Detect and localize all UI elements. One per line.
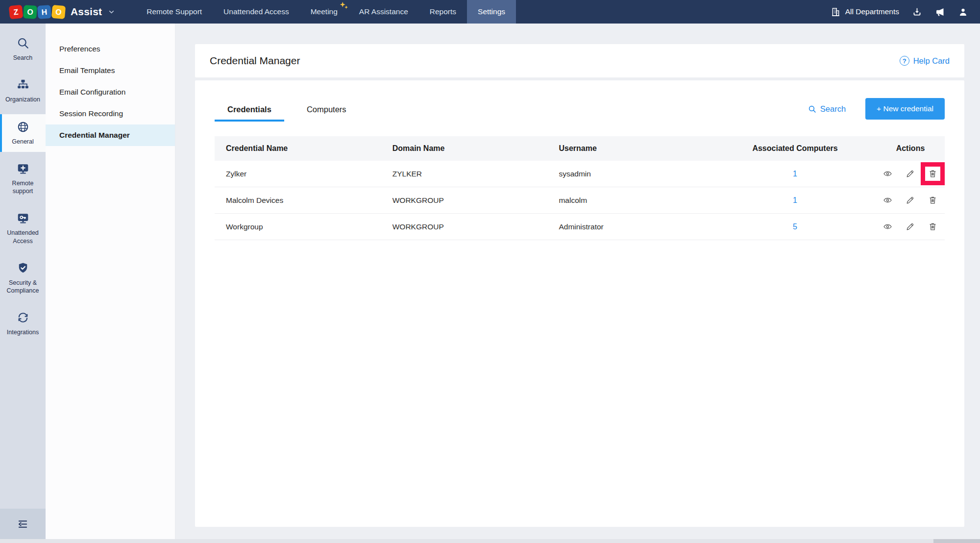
credential-manager-card: Credentials Computers Search + New crede… <box>195 80 964 527</box>
nav-meeting-label: Meeting <box>311 7 338 16</box>
row-actions <box>876 161 945 187</box>
associated-computers-link[interactable]: 1 <box>793 170 797 178</box>
associated-computers-link[interactable]: 1 <box>793 196 797 204</box>
column-header-associated-computers: Associated Computers <box>714 136 876 161</box>
nav-settings[interactable]: Settings <box>467 0 516 24</box>
sidebar-item-label: Security & Compliance <box>3 279 42 295</box>
download-icon[interactable] <box>912 7 922 17</box>
sidebar-item-label: Organization <box>5 96 40 103</box>
associated-computers-link[interactable]: 5 <box>793 222 797 231</box>
delete-icon[interactable] <box>928 169 937 178</box>
unattended-access-icon <box>17 212 29 224</box>
sidebar-item-label: General <box>12 138 33 146</box>
help-card-link[interactable]: ? Help Card <box>900 56 950 66</box>
sidebar-item-label: Unattended Access <box>3 229 42 245</box>
nav-reports[interactable]: Reports <box>419 0 467 24</box>
submenu-item-credential-manager[interactable]: Credential Manager <box>46 124 175 146</box>
column-header-credential-name: Credential Name <box>215 136 381 161</box>
edit-icon[interactable] <box>906 196 915 205</box>
sidebar-item-security-compliance[interactable]: Security & Compliance <box>0 255 46 301</box>
sidebar-item-general[interactable]: General <box>0 114 46 152</box>
announcements-icon[interactable] <box>935 7 945 17</box>
credential-name-cell: Workgroup <box>215 214 381 240</box>
collapse-sidebar-button[interactable] <box>0 509 46 539</box>
remote-support-icon <box>17 162 29 175</box>
page-title: Credential Manager <box>210 55 300 67</box>
nav-utilities: All Departments <box>831 0 980 24</box>
globe-icon <box>17 121 29 133</box>
department-selector[interactable]: All Departments <box>831 7 899 17</box>
top-navigation: Z O H O Assist Remote Support Unattended… <box>0 0 980 24</box>
toolbar: Credentials Computers Search + New crede… <box>215 98 945 122</box>
sidebar-item-unattended-access[interactable]: Unattended Access <box>0 205 46 251</box>
logo-tile-z: Z <box>9 4 24 19</box>
organization-icon <box>17 78 29 91</box>
page-header: Credential Manager ? Help Card <box>195 44 964 77</box>
sidebar-item-label: Integrations <box>7 328 39 336</box>
logo-tile-h: H <box>37 5 51 19</box>
sidebar-item-integrations[interactable]: Integrations <box>0 305 46 343</box>
chevron-down-icon[interactable] <box>108 8 115 16</box>
sidebar-item-label: Remote support <box>3 179 42 196</box>
sidebar-item-label: Search <box>13 54 33 62</box>
product-name: Assist <box>71 6 102 18</box>
row-actions <box>876 187 945 213</box>
credentials-table: Credential Name Domain Name Username Ass… <box>215 136 945 240</box>
submenu-item-session-recording[interactable]: Session Recording <box>46 103 175 124</box>
integrations-icon <box>17 311 29 324</box>
submenu-item-email-templates[interactable]: Email Templates <box>46 60 175 81</box>
edit-icon[interactable] <box>906 169 915 178</box>
nav-remote-support[interactable]: Remote Support <box>136 0 213 24</box>
submenu-item-email-configuration[interactable]: Email Configuration <box>46 81 175 103</box>
sparkle-icon <box>339 1 349 12</box>
table-controls: Search + New credential <box>808 98 945 122</box>
search-label: Search <box>820 104 846 114</box>
scrollbar-thumb[interactable] <box>933 539 980 543</box>
sidebar-item-search[interactable]: Search <box>0 30 46 68</box>
delete-icon[interactable] <box>928 222 937 231</box>
view-icon[interactable] <box>883 169 892 178</box>
search-icon <box>808 105 816 113</box>
column-header-actions: Actions <box>876 136 945 161</box>
search-icon <box>17 37 29 49</box>
tab-computers[interactable]: Computers <box>294 105 359 122</box>
user-profile-icon[interactable] <box>958 7 968 17</box>
tab-bar: Credentials Computers <box>215 105 359 122</box>
search-button[interactable]: Search <box>808 104 846 114</box>
view-icon[interactable] <box>883 222 892 231</box>
view-icon[interactable] <box>883 196 892 205</box>
new-credential-button[interactable]: + New credential <box>865 98 945 120</box>
table-row: Zylker ZYLKER sysadmin 1 <box>215 161 945 187</box>
nav-unattended-access[interactable]: Unattended Access <box>213 0 300 24</box>
column-header-domain-name: Domain Name <box>381 136 548 161</box>
delete-highlight-box <box>921 162 945 185</box>
edit-icon[interactable] <box>906 222 915 231</box>
main-menu: Remote Support Unattended Access Meeting… <box>136 0 516 24</box>
main-content: Credential Manager ? Help Card Credentia… <box>175 24 980 539</box>
delete-icon[interactable] <box>928 196 937 205</box>
department-label: All Departments <box>845 7 899 16</box>
departments-icon <box>831 7 841 17</box>
horizontal-scrollbar[interactable] <box>0 539 980 543</box>
sidebar-item-remote-support[interactable]: Remote support <box>0 156 46 202</box>
tab-credentials[interactable]: Credentials <box>215 105 284 122</box>
nav-meeting[interactable]: Meeting <box>300 0 348 24</box>
column-header-username: Username <box>547 136 714 161</box>
table-header-row: Credential Name Domain Name Username Ass… <box>215 136 945 161</box>
zoho-assist-logo[interactable]: Z O H O Assist <box>0 0 115 24</box>
domain-name-cell: WORKGROUP <box>381 187 548 214</box>
credential-name-cell: Zylker <box>215 161 381 187</box>
nav-ar-assistance[interactable]: AR Assistance <box>348 0 419 24</box>
general-submenu: Preferences Email Templates Email Config… <box>46 24 175 539</box>
help-card-label: Help Card <box>913 56 950 66</box>
help-icon: ? <box>900 56 909 66</box>
submenu-item-preferences[interactable]: Preferences <box>46 38 175 60</box>
domain-name-cell: ZYLKER <box>381 161 548 187</box>
row-actions <box>876 214 945 240</box>
shield-check-icon <box>17 262 29 274</box>
username-cell: malcolm <box>547 187 714 214</box>
logo-tile-o2: O <box>51 4 66 19</box>
username-cell: sysadmin <box>547 161 714 187</box>
collapse-sidebar-icon <box>17 518 28 530</box>
sidebar-item-organization[interactable]: Organization <box>0 72 46 110</box>
